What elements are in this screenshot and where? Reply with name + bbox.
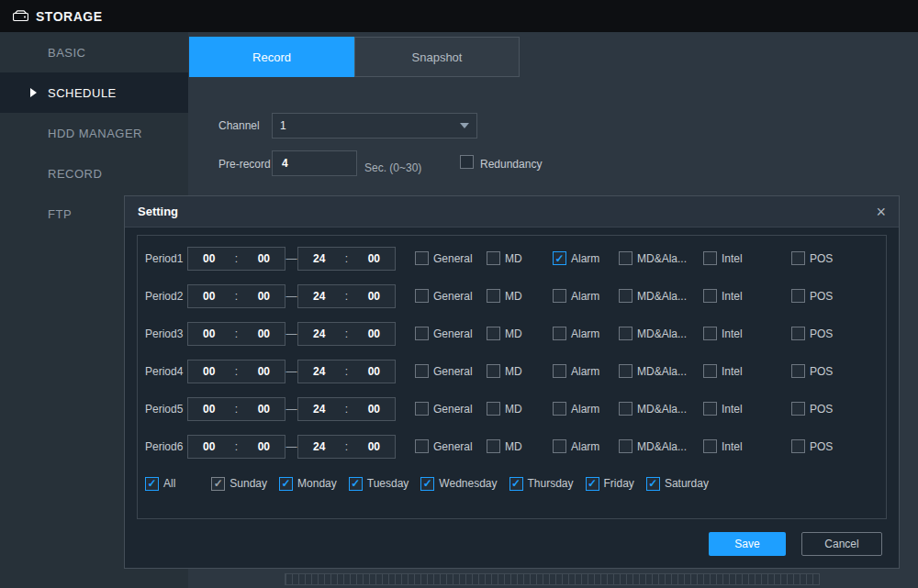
sidebar-item-schedule[interactable]: SCHEDULE: [0, 72, 188, 113]
start-time-input[interactable]: 00:00: [187, 284, 285, 308]
event-item-general: General: [415, 439, 487, 453]
event-label: Intel: [722, 440, 743, 453]
event-checkbox-alarm[interactable]: [553, 439, 566, 453]
event-checkbox-general[interactable]: [415, 402, 429, 416]
event-checkbox-general[interactable]: [415, 289, 429, 303]
day-checkbox-tuesday[interactable]: ✓: [349, 477, 363, 491]
event-label: Alarm: [571, 365, 599, 378]
event-checkbox-alarm[interactable]: [553, 364, 566, 378]
event-checkbox-pos[interactable]: [791, 402, 805, 416]
day-item-tuesday: ✓Tuesday: [349, 477, 409, 491]
event-checkbox-alarm[interactable]: [553, 327, 566, 340]
event-checkbox-pos[interactable]: [791, 327, 805, 340]
time-colon: :: [345, 403, 348, 416]
period-label: Period6: [145, 440, 187, 453]
event-checkbox-alarm[interactable]: [553, 402, 566, 416]
time-hour: 24: [313, 365, 325, 378]
event-checkbox-md-ala[interactable]: [619, 327, 633, 340]
event-checkbox-md[interactable]: [487, 251, 500, 265]
day-checkbox-monday[interactable]: ✓: [279, 477, 293, 491]
day-checkbox-wednesday[interactable]: ✓: [420, 477, 434, 491]
event-checkbox-intel[interactable]: [703, 327, 717, 340]
event-checkbox-group: GeneralMDAlarmMD&Ala...IntelPOS: [415, 364, 833, 378]
period-row-period5: Period5 00:00 — 24:00 GeneralMDAlarmMD&A…: [145, 390, 886, 427]
cancel-button[interactable]: Cancel: [801, 532, 882, 556]
sidebar-item-hdd-manager[interactable]: HDD MANAGER: [0, 113, 188, 153]
sidebar-item-record[interactable]: RECORD: [0, 153, 188, 194]
event-checkbox-md-ala[interactable]: [619, 439, 633, 453]
day-item-all: ✓All: [145, 477, 175, 491]
event-checkbox-intel[interactable]: [703, 402, 717, 416]
day-checkbox-all[interactable]: ✓: [145, 477, 159, 491]
sidebar-item-basic[interactable]: BASIC: [0, 32, 188, 72]
tab-bar: Record Snapshot: [189, 37, 520, 77]
end-time-input[interactable]: 24:00: [297, 435, 396, 459]
event-checkbox-general[interactable]: [415, 251, 429, 265]
event-checkbox-pos[interactable]: [791, 251, 805, 265]
day-checkbox-sunday[interactable]: ✓: [211, 477, 225, 491]
start-time-input[interactable]: 00:00: [187, 435, 285, 459]
event-checkbox-group: GeneralMDAlarmMD&Ala...IntelPOS: [415, 402, 833, 416]
day-checkbox-friday[interactable]: ✓: [586, 477, 599, 491]
event-checkbox-general[interactable]: [415, 327, 429, 340]
event-checkbox-alarm[interactable]: ✓: [553, 251, 566, 265]
event-checkbox-intel[interactable]: [703, 251, 717, 265]
end-time-input[interactable]: 24:00: [297, 397, 396, 421]
event-item-alarm: Alarm: [553, 364, 619, 378]
day-checkbox-thursday[interactable]: ✓: [509, 477, 523, 491]
event-checkbox-md[interactable]: [487, 364, 500, 378]
time-minute: 00: [368, 403, 380, 416]
event-item-pos: POS: [791, 402, 833, 416]
event-label: POS: [810, 440, 833, 453]
time-colon: :: [345, 290, 348, 303]
save-button[interactable]: Save: [709, 532, 786, 556]
day-label: Saturday: [665, 477, 709, 490]
event-checkbox-intel[interactable]: [703, 364, 717, 378]
event-checkbox-intel[interactable]: [703, 289, 717, 303]
time-hour: 24: [313, 327, 325, 340]
event-item-intel: Intel: [703, 364, 791, 378]
close-icon[interactable]: ×: [876, 204, 886, 220]
event-item-md: MD: [487, 439, 553, 453]
time-minute: 00: [368, 440, 380, 453]
tab-record[interactable]: Record: [189, 37, 354, 77]
day-checkbox-saturday[interactable]: ✓: [646, 477, 660, 491]
start-time-input[interactable]: 00:00: [187, 247, 285, 271]
end-time-input[interactable]: 24:00: [297, 360, 396, 383]
period-panel: Period1 00:00 — 24:00 GeneralMD✓AlarmMD&…: [137, 235, 887, 519]
event-checkbox-md-ala[interactable]: [619, 251, 633, 265]
start-time-input[interactable]: 00:00: [187, 360, 285, 383]
event-checkbox-pos[interactable]: [791, 289, 805, 303]
event-label: MD&Ala...: [637, 440, 687, 453]
channel-dropdown[interactable]: 1: [272, 113, 477, 139]
event-item-alarm: ✓Alarm: [553, 251, 619, 265]
end-time-input[interactable]: 24:00: [297, 322, 396, 346]
event-label: Intel: [722, 252, 743, 265]
period-label: Period2: [145, 290, 187, 303]
event-checkbox-intel[interactable]: [703, 439, 717, 453]
event-checkbox-general[interactable]: [415, 439, 429, 453]
event-checkbox-md[interactable]: [487, 439, 500, 453]
event-checkbox-md-ala[interactable]: [619, 289, 633, 303]
start-time-input[interactable]: 00:00: [187, 397, 285, 421]
event-checkbox-md-ala[interactable]: [619, 402, 633, 416]
event-checkbox-md[interactable]: [487, 327, 500, 340]
end-time-input[interactable]: 24:00: [297, 247, 396, 271]
event-label: POS: [810, 290, 833, 303]
start-time-input[interactable]: 00:00: [187, 322, 285, 346]
event-checkbox-alarm[interactable]: [553, 289, 566, 303]
event-checkbox-pos[interactable]: [791, 364, 805, 378]
end-time-input[interactable]: 24:00: [297, 284, 396, 308]
event-checkbox-md-ala[interactable]: [619, 364, 633, 378]
event-label: Intel: [722, 365, 743, 378]
prerecord-input[interactable]: 4: [272, 150, 357, 176]
redundancy-checkbox[interactable]: [460, 155, 474, 169]
event-checkbox-md[interactable]: [487, 289, 500, 303]
event-item-pos: POS: [791, 327, 833, 340]
time-colon: :: [345, 252, 348, 265]
tab-snapshot[interactable]: Snapshot: [354, 37, 520, 77]
event-checkbox-md[interactable]: [487, 402, 500, 416]
event-checkbox-pos[interactable]: [791, 439, 805, 453]
event-item-md-ala: MD&Ala...: [619, 289, 703, 303]
event-checkbox-general[interactable]: [415, 364, 429, 378]
